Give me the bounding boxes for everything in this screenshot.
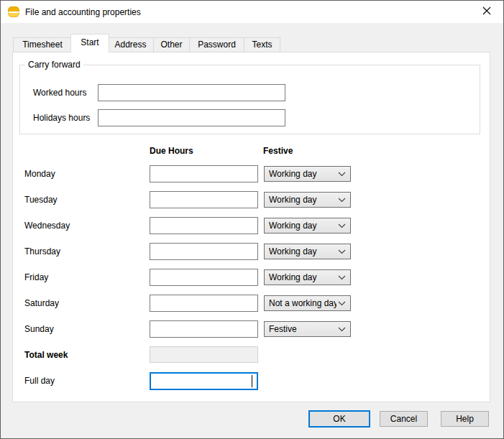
full-day-label: Full day — [24, 372, 55, 389]
tab-address[interactable]: Address — [108, 37, 154, 52]
festive-select-sunday[interactable]: Festive — [264, 321, 351, 337]
day-label-saturday: Saturday — [24, 295, 59, 312]
ok-button[interactable]: OK — [308, 410, 370, 428]
worked-hours-input[interactable] — [98, 84, 285, 101]
full-day-input[interactable] — [150, 372, 258, 390]
due-hours-header: Due Hours — [150, 146, 193, 156]
chevron-down-icon — [338, 223, 346, 228]
festive-value: Working day — [269, 246, 336, 257]
festive-select-monday[interactable]: Working day — [264, 166, 351, 182]
tab-start[interactable]: Start — [70, 34, 109, 52]
holidays-hours-input[interactable] — [98, 109, 285, 126]
tab-texts[interactable]: Texts — [244, 37, 280, 52]
carry-forward-legend: Carry forward — [25, 60, 83, 70]
day-label-wednesday: Wednesday — [24, 217, 70, 234]
dialog-window: File and accounting properties Timesheet… — [0, 0, 504, 439]
chevron-down-icon — [338, 172, 346, 177]
due-hours-input-monday[interactable] — [150, 165, 258, 182]
close-icon — [482, 6, 491, 17]
festive-value: Working day — [269, 272, 336, 282]
due-hours-input-sunday[interactable] — [150, 320, 258, 338]
window-title: File and accounting properties — [25, 7, 141, 17]
festive-select-tuesday[interactable]: Working day — [264, 192, 351, 208]
festive-value: Working day — [269, 221, 336, 231]
tab-other[interactable]: Other — [154, 37, 190, 52]
day-label-friday: Friday — [24, 269, 48, 286]
chevron-down-icon — [338, 327, 346, 332]
due-hours-input-wednesday[interactable] — [150, 217, 258, 234]
day-label-thursday: Thursday — [24, 243, 60, 260]
festive-select-wednesday[interactable]: Working day — [264, 218, 351, 234]
festive-select-thursday[interactable]: Working day — [264, 244, 351, 259]
festive-header: Festive — [263, 146, 293, 156]
festive-value: Working day — [269, 195, 336, 205]
festive-value: Not a working day — [269, 298, 336, 308]
cancel-button[interactable]: Cancel — [380, 411, 428, 427]
text-caret — [252, 375, 252, 387]
festive-select-saturday[interactable]: Not a working day — [264, 295, 351, 311]
festive-select-friday[interactable]: Working day — [264, 269, 351, 285]
total-week-input — [150, 346, 258, 363]
due-hours-input-saturday[interactable] — [150, 295, 258, 312]
day-label-monday: Monday — [24, 165, 55, 182]
due-hours-input-thursday[interactable] — [150, 243, 258, 260]
full-day-field — [150, 372, 258, 390]
help-button[interactable]: Help — [441, 411, 489, 427]
day-label-tuesday: Tuesday — [24, 191, 58, 208]
day-label-sunday: Sunday — [24, 320, 54, 338]
festive-value: Working day — [269, 169, 336, 179]
due-hours-input-tuesday[interactable] — [150, 191, 258, 208]
total-week-label: Total week — [24, 346, 68, 364]
app-database-icon — [8, 6, 19, 17]
close-button[interactable] — [470, 1, 503, 23]
chevron-down-icon — [338, 249, 346, 254]
chevron-down-icon — [338, 198, 346, 203]
festive-value: Festive — [269, 324, 336, 334]
carry-forward-group: Carry forward Worked hours Holidays hour… — [19, 65, 480, 134]
tab-password[interactable]: Password — [190, 37, 244, 52]
tab-timesheet[interactable]: Timesheet — [13, 37, 72, 52]
holidays-hours-label: Holidays hours — [33, 109, 90, 126]
chevron-down-icon — [338, 275, 346, 280]
worked-hours-label: Worked hours — [33, 84, 86, 101]
due-hours-input-friday[interactable] — [150, 269, 258, 286]
tab-strip: Timesheet Start Address Other Password T… — [13, 34, 280, 52]
chevron-down-icon — [338, 301, 346, 306]
titlebar: File and accounting properties — [1, 1, 503, 23]
